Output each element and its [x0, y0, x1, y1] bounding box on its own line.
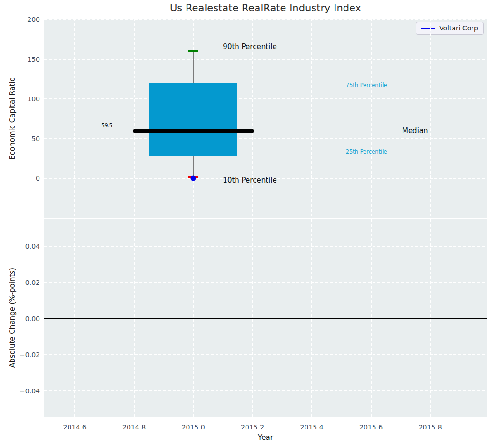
y-gridline [44, 246, 487, 247]
y-gridline [44, 138, 487, 139]
voltari-corp-marker [191, 176, 196, 181]
bottom-ytick-label: −0.02 [4, 351, 40, 359]
x-tick-label: 2015.0 [182, 423, 205, 431]
y-gridline [44, 354, 487, 355]
top-ylabel: Economic Capital Ratio [8, 77, 17, 159]
p10-label: 10th Percentile [223, 176, 276, 185]
p90-cap [188, 50, 198, 52]
y-gridline [44, 282, 487, 283]
x-gridline [134, 19, 135, 218]
p75-label: 75th Percentile [346, 82, 387, 89]
x-gridline [311, 19, 312, 218]
x-tick-label: 2014.6 [63, 423, 87, 431]
top-ytick-label: 100 [4, 95, 40, 103]
median-label: Median [402, 127, 428, 135]
bottom-ytick-label: −0.04 [4, 387, 40, 395]
bottom-ytick-label: 0.02 [4, 279, 40, 286]
top-ytick-label: 0 [4, 175, 40, 182]
y-gridline [44, 390, 487, 391]
legend-line-sample [421, 28, 435, 29]
top-ytick-label: 50 [4, 135, 40, 143]
x-gridline [371, 19, 372, 218]
bottom-ytick-label: 0.04 [4, 243, 40, 250]
figure: Us Realestate RealRate Industry Index Vo… [0, 0, 492, 448]
median-line [133, 129, 254, 133]
median-value-label: 59.5 [101, 122, 112, 128]
x-tick-label: 2014.8 [122, 423, 146, 431]
top-ytick-label: 200 [4, 16, 40, 23]
x-axis-label: Year [44, 433, 487, 442]
legend: Voltari Corp [416, 22, 484, 35]
x-tick-label: 2015.4 [300, 423, 324, 431]
p25-label: 25th Percentile [346, 149, 387, 156]
p90-label: 90th Percentile [223, 42, 276, 51]
top-ytick-label: 150 [4, 56, 40, 63]
x-tick-label: 2015.2 [241, 423, 264, 431]
bottom-axes [44, 219, 487, 417]
bottom-ytick-label: 0.00 [4, 315, 40, 322]
x-tick-label: 2015.8 [419, 423, 442, 431]
y-gridline [44, 59, 487, 60]
x-gridline [74, 19, 75, 218]
y-gridline [44, 98, 487, 99]
x-gridline [430, 19, 431, 218]
top-axes: Voltari Corp 90th Percentile10th Percent… [44, 19, 487, 218]
legend-label: Voltari Corp [439, 24, 478, 32]
iqr-box [149, 83, 238, 156]
y-gridline [44, 19, 487, 20]
zero-line [44, 318, 487, 319]
x-tick-label: 2015.6 [359, 423, 383, 431]
chart-title: Us Realestate RealRate Industry Index [44, 2, 487, 14]
